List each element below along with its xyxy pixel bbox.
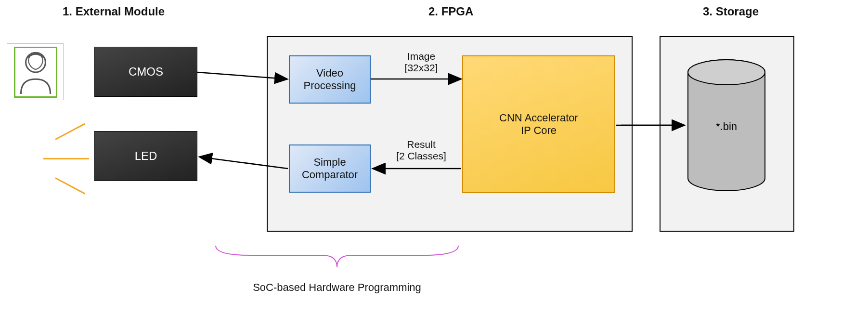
led-ray xyxy=(55,123,85,140)
led-ray xyxy=(55,177,85,195)
section-label-storage: 3. Storage xyxy=(703,5,759,18)
brace-title: SoC-based Hardware Programming xyxy=(226,281,448,294)
led-label: LED xyxy=(135,149,157,163)
svg-point-2 xyxy=(688,60,765,85)
simple-comparator-label: Simple Comparator xyxy=(302,156,358,181)
video-processing-block: Video Processing xyxy=(289,55,371,104)
arrow-label-result: Result [2 Classes] xyxy=(385,139,457,162)
cmos-module: CMOS xyxy=(94,47,197,97)
led-ray xyxy=(43,158,89,159)
bin-label: *.bin xyxy=(686,120,767,133)
user-photo-box xyxy=(7,43,64,100)
video-processing-label: Video Processing xyxy=(304,67,356,92)
simple-comparator-block: Simple Comparator xyxy=(289,144,371,193)
section-label-fpga: 2. FPGA xyxy=(428,5,473,18)
person-icon xyxy=(16,49,55,96)
led-module: LED xyxy=(94,131,197,181)
section-label-external: 1. External Module xyxy=(63,5,165,18)
cmos-label: CMOS xyxy=(129,65,163,79)
cnn-accelerator-block: CNN Accelerator IP Core xyxy=(462,55,615,193)
cnn-accelerator-label: CNN Accelerator IP Core xyxy=(499,112,578,137)
arrow-label-image: Image [32x32] xyxy=(385,51,457,74)
